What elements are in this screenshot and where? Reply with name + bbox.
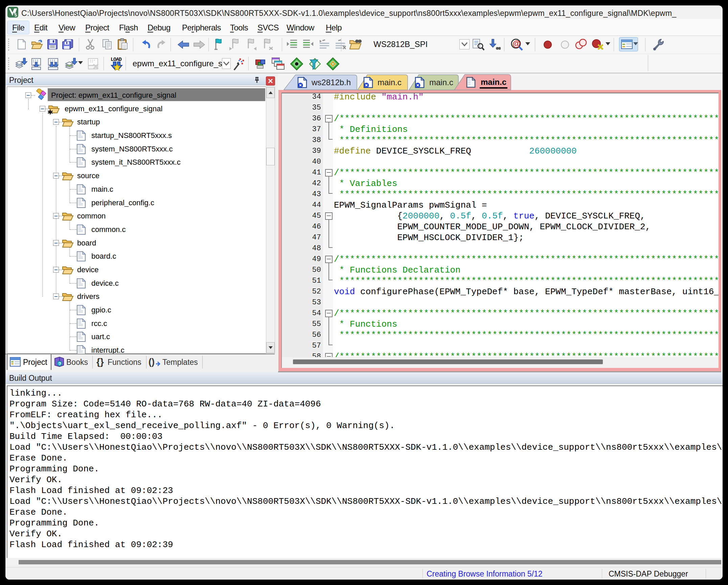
svg-text:?: ?	[59, 361, 61, 366]
svg-text:@: @	[513, 39, 520, 48]
svg-text:5: 5	[15, 13, 17, 18]
